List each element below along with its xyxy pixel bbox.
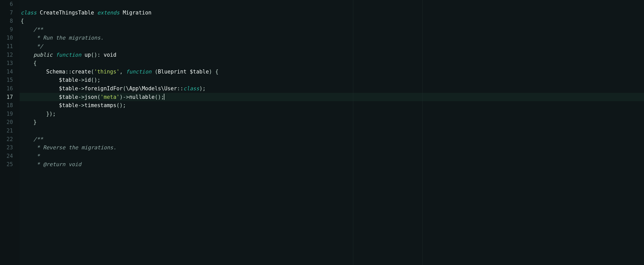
code-token [37,10,40,16]
code-token: -> [78,102,85,108]
code-token: :: [65,69,72,75]
code-token: extends [97,10,119,16]
code-token: } [21,119,37,125]
code-token: (): [91,52,104,58]
code-token: (); [91,77,101,83]
text-cursor [164,94,164,100]
code-token: nullable [129,94,155,100]
code-token: void [104,52,116,58]
code-token: public [33,52,52,58]
code-line[interactable]: { [20,17,644,25]
line-number: 19 [0,110,13,118]
code-token: */ [21,43,43,49]
line-number: 25 [0,160,13,169]
code-token: $table [59,94,78,100]
code-line[interactable]: /** [20,25,644,34]
code-line[interactable]: class CreateThingsTable extends Migratio… [20,9,644,17]
code-line[interactable]: * Run the migrations. [20,34,644,42]
code-token: , [120,69,126,75]
code-token [52,52,56,58]
line-number: 23 [0,143,13,152]
code-token: \App\Models\User [126,85,177,92]
code-line[interactable]: */ [20,42,644,51]
code-token: -> [78,77,85,83]
code-line[interactable]: $table->json('meta')->nullable(); [20,93,644,101]
code-token: /** [21,26,43,33]
code-token: * Reverse the migrations. [21,144,116,151]
code-line[interactable]: $table->timestamps(); [20,101,644,110]
line-number: 10 [0,34,13,42]
code-token [21,77,59,83]
code-area[interactable]: class CreateThingsTable extends Migratio… [20,0,644,265]
code-token: class [183,85,199,92]
code-token [21,52,33,58]
code-line[interactable]: { [20,59,644,68]
code-token: -> [78,85,85,92]
code-token: Schema [46,69,65,75]
code-line[interactable]: public function up(): void [20,51,644,59]
code-line[interactable]: } [20,118,644,127]
code-line[interactable]: $table->foreignIdFor(\App\Models\User::c… [20,84,644,93]
line-number: 11 [0,42,13,51]
code-token [21,69,46,75]
code-token: up [85,52,91,58]
code-token: @return [43,161,65,167]
code-token: function [56,52,81,58]
code-token: Blueprint [158,69,187,75]
code-token [21,85,59,92]
line-number: 20 [0,118,13,127]
code-token: * [21,161,43,167]
line-number: 17 [0,93,13,101]
code-line[interactable]: $table->id(); [20,76,644,84]
code-token: Migration [123,10,151,16]
code-token: $table [190,69,209,75]
code-token [21,102,59,108]
code-token [120,10,123,16]
code-token: function [126,69,151,75]
code-token [94,10,97,16]
code-line[interactable] [20,127,644,135]
line-number: 7 [0,9,13,17]
code-token: foreignIdFor [85,85,123,92]
code-token: json [85,94,97,100]
code-line[interactable] [20,0,644,9]
line-number: 21 [0,127,13,135]
code-line[interactable]: /** [20,135,644,144]
code-token: $table [59,102,78,108]
code-token [21,94,59,100]
code-token: CreateThingsTable [40,10,94,16]
code-editor[interactable]: 678910111213141516171819202122232425 cla… [0,0,644,265]
code-token: * [21,153,40,159]
code-line[interactable]: * [20,152,644,160]
code-token: ( [151,69,158,75]
line-number: 6 [0,0,13,9]
code-token [187,69,190,75]
line-number: 9 [0,25,13,34]
line-number: 8 [0,17,13,25]
code-token: (); [116,102,126,108]
code-line[interactable]: }); [20,110,644,118]
code-token: /** [21,136,43,142]
code-token: }); [21,111,56,117]
code-token: id [85,77,91,83]
line-number: 14 [0,68,13,76]
code-token: -> [78,94,85,100]
code-token: ( [97,94,100,100]
code-token: ( [91,69,94,75]
code-token: )-> [120,94,129,100]
code-token: create [72,69,91,75]
code-line[interactable]: Schema::create('things', function (Bluep… [20,68,644,76]
line-number: 12 [0,51,13,59]
code-token: class [21,10,37,16]
ruler-2 [422,0,423,265]
code-line[interactable]: * Reverse the migrations. [20,143,644,152]
line-number-gutter: 678910111213141516171819202122232425 [0,0,20,265]
ruler-1 [353,0,353,265]
code-token: $table [59,77,78,83]
code-token: ) { [209,69,218,75]
code-token: 'things' [94,69,120,75]
code-token: $table [59,85,78,92]
line-number: 24 [0,152,13,160]
line-number: 22 [0,135,13,144]
code-line[interactable]: * @return void [20,160,644,169]
